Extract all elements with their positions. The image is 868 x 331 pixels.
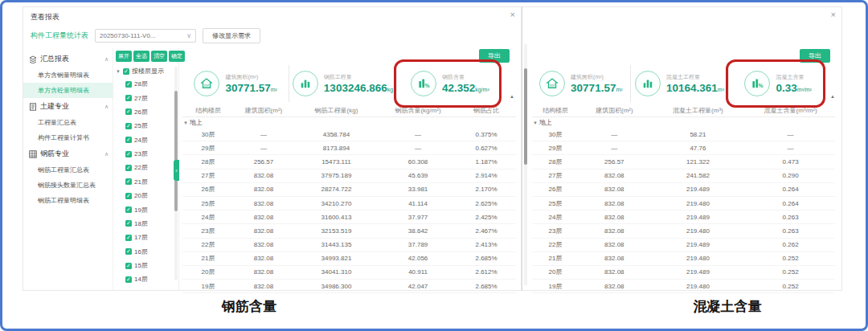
tree-scrollbar-thumb[interactable] bbox=[174, 91, 178, 211]
table-row[interactable]: 29层 — 47.76 — bbox=[532, 141, 835, 155]
sidebar-group-rebar[interactable]: 钢筋专业 ∧ bbox=[23, 145, 113, 162]
checkbox-checked-icon[interactable]: ✓ bbox=[125, 123, 132, 129]
cell-floor: 28层 bbox=[182, 157, 234, 166]
table-row[interactable]: 27层 832.08 241.582 0.290 bbox=[532, 170, 835, 183]
cell-content: 0.290 bbox=[746, 172, 835, 179]
modify-display-button[interactable]: 修改显示需求 bbox=[203, 28, 260, 43]
floor-checkbox-item[interactable]: ✓ 24层 bbox=[116, 133, 178, 147]
checkbox-checked-icon[interactable]: ✓ bbox=[125, 206, 132, 213]
export-button[interactable]: 导出 bbox=[800, 49, 830, 63]
close-icon[interactable]: × bbox=[831, 10, 836, 19]
collapse-cards-icon[interactable]: ▲ bbox=[830, 94, 835, 99]
col-header: 钢筋工程量(kg) bbox=[293, 106, 379, 115]
table-row[interactable]: 29层 — 8173.894 — 0.627% bbox=[182, 141, 516, 155]
sidebar-item-quantity-summary[interactable]: 工程量汇总表 bbox=[23, 115, 113, 130]
clear-button[interactable]: 清空 bbox=[151, 51, 167, 62]
floor-checkbox-item[interactable]: ✓ 16层 bbox=[116, 245, 178, 259]
checkbox-checked-icon[interactable]: ✓ bbox=[125, 220, 132, 227]
table-row[interactable]: 20层 832.08 219.489 0.252 bbox=[532, 266, 835, 280]
floor-checkbox-item[interactable]: ✓ 26层 bbox=[116, 105, 178, 119]
sidebar-group-summary[interactable]: 汇总报表 ∧ bbox=[23, 51, 113, 67]
table-row[interactable]: 25层 832.08 34210.270 41.114 2.625% bbox=[182, 197, 516, 210]
checkbox-checked-icon[interactable]: ✓ bbox=[125, 151, 132, 157]
table-row[interactable]: 22层 832.08 31443.135 37.789 2.413% bbox=[182, 239, 516, 252]
chevron-up-icon[interactable]: ∧ bbox=[104, 104, 108, 110]
table-row[interactable]: 26层 832.08 28274.722 33.981 2.170% bbox=[182, 183, 516, 197]
close-icon[interactable]: × bbox=[510, 10, 515, 19]
sidebar-item-rebar-joint-summary[interactable]: 钢筋接头数量汇总表 bbox=[23, 178, 113, 193]
table-row[interactable]: 21层 832.08 34993.821 42.056 2.685% bbox=[182, 252, 516, 266]
sidebar-group-civil[interactable]: 土建专业 ∧ bbox=[23, 98, 113, 115]
sidebar-item-rebar-summary[interactable]: 钢筋工程量汇总表 bbox=[23, 162, 113, 178]
table-row[interactable]: 23层 832.08 32153.519 38.642 2.467% bbox=[182, 224, 516, 238]
table-row[interactable]: 26层 832.08 219.489 0.264 bbox=[532, 183, 835, 197]
sidebar-item-component-calc-book[interactable]: 构件工程量计算书 bbox=[23, 130, 113, 145]
table-row[interactable]: 19层 832.08 34986.300 42.047 2.685% bbox=[182, 280, 516, 293]
collapse-cards-icon[interactable]: ▲ bbox=[510, 94, 514, 99]
expand-button[interactable]: 展开 bbox=[116, 51, 132, 62]
checkbox-checked-icon[interactable]: ✓ bbox=[125, 248, 132, 255]
checkbox-checked-icon[interactable]: ✓ bbox=[125, 137, 132, 143]
table-header-row: 结构楼层 建筑面积(m²) 混凝土工程量(m³) 混凝土含量(m³/m²) bbox=[532, 104, 835, 117]
floor-checkbox-item[interactable]: ✓ 27层 bbox=[116, 91, 178, 104]
table-row[interactable]: 19层 832.08 219.480 0.252 bbox=[532, 280, 835, 293]
cell-area: 832.08 bbox=[234, 241, 293, 248]
checkbox-checked-icon[interactable]: ✓ bbox=[125, 235, 132, 241]
checkbox-checked-icon[interactable]: ✓ bbox=[125, 178, 132, 185]
floor-checkbox-item[interactable]: ✓ 15层 bbox=[116, 259, 178, 272]
svg-text:%: % bbox=[759, 83, 764, 88]
floor-checkbox-item[interactable]: ✓ 19层 bbox=[116, 202, 178, 216]
sidebar-item-rebar-detail[interactable]: 钢筋工程量明细表 bbox=[23, 193, 113, 208]
scrollbar-thumb[interactable] bbox=[524, 68, 527, 165]
table-row[interactable]: 24层 832.08 219.489 0.263 bbox=[532, 210, 835, 224]
floor-checkbox-item[interactable]: ✓ 25层 bbox=[116, 119, 178, 133]
left-scrollbar-sliver[interactable] bbox=[524, 44, 527, 285]
table-row[interactable]: 27层 832.08 37975.189 45.639 2.914% bbox=[182, 170, 516, 183]
export-button[interactable]: 导出 bbox=[479, 49, 510, 63]
sidebar-item-concrete-content-report[interactable]: 单方含砼量明细表 bbox=[23, 83, 113, 98]
checkbox-checked-icon[interactable]: ✓ bbox=[125, 193, 132, 199]
table-row[interactable]: 22层 832.08 219.489 0.262 bbox=[532, 239, 835, 252]
checkbox-checked-icon[interactable]: ✓ bbox=[125, 108, 132, 115]
card-unit: kg/m² bbox=[475, 87, 489, 92]
table-row[interactable]: 30层 — 58.21 — bbox=[532, 128, 835, 141]
table-row[interactable]: 28层 256.57 121.322 0.473 bbox=[532, 155, 835, 169]
table-row[interactable]: 21层 832.08 219.480 0.252 bbox=[532, 252, 835, 266]
table-row[interactable]: 25层 832.08 219.480 0.264 bbox=[532, 197, 835, 210]
card-unit: m³ bbox=[718, 87, 724, 92]
cell-quantity: 219.480 bbox=[650, 227, 747, 235]
table-row[interactable]: 24层 832.08 31600.413 37.977 2.425% bbox=[182, 210, 516, 224]
checkbox-checked-icon[interactable]: ✓ bbox=[125, 81, 132, 88]
floor-checkbox-item[interactable]: ✓ 22层 bbox=[116, 161, 178, 174]
floor-checkbox-item[interactable]: ✓ 23层 bbox=[116, 147, 178, 161]
sidebar-item-steel-content-report[interactable]: 单方含钢量明细表 bbox=[23, 67, 113, 83]
bar-chart-icon bbox=[635, 71, 661, 96]
table-group-row[interactable]: ▼ 地上 bbox=[182, 117, 516, 128]
checkbox-checked-icon[interactable]: ✓ bbox=[125, 263, 132, 269]
floor-checkbox-item[interactable]: ✓ 21层 bbox=[116, 175, 178, 189]
table-row[interactable]: 30层 — 4358.784 — 0.375% bbox=[182, 128, 516, 141]
cell-quantity: 28274.722 bbox=[293, 186, 379, 193]
table-row[interactable]: 23层 832.08 219.480 0.263 bbox=[532, 224, 835, 238]
checkbox-checked-icon[interactable]: ✓ bbox=[125, 276, 132, 283]
floor-label: 27层 bbox=[134, 94, 148, 103]
tree-collapse-handle[interactable]: ‹ bbox=[174, 160, 179, 181]
chevron-up-icon[interactable]: ∧ bbox=[104, 151, 108, 157]
select-all-button[interactable]: 全选 bbox=[133, 51, 149, 62]
floor-checkbox-item[interactable]: ✓ 20层 bbox=[116, 189, 178, 202]
floor-checkbox-item[interactable]: ✓ 14层 bbox=[116, 272, 178, 286]
floor-checkbox-item[interactable]: ✓ 13层 bbox=[116, 287, 178, 288]
table-row[interactable]: 28层 256.57 15473.111 60.308 1.187% bbox=[182, 155, 516, 169]
chevron-up-icon[interactable]: ∧ bbox=[104, 56, 108, 63]
tree-root-node[interactable]: ▼ ✓ 按楼层显示 bbox=[116, 67, 178, 76]
floor-checkbox-item[interactable]: ✓ 18层 bbox=[116, 217, 178, 231]
checkbox-checked-icon[interactable]: ✓ bbox=[125, 165, 132, 171]
report-version-dropdown[interactable]: 20250730-111-V0... ∨ bbox=[95, 29, 196, 43]
checkbox-checked-icon[interactable]: ✓ bbox=[123, 68, 129, 75]
floor-checkbox-item[interactable]: ✓ 17层 bbox=[116, 231, 178, 244]
table-group-row[interactable]: ▼ 地上 bbox=[532, 117, 835, 128]
table-row[interactable]: 20层 832.08 34041.310 40.911 2.612% bbox=[182, 266, 516, 280]
checkbox-checked-icon[interactable]: ✓ bbox=[125, 95, 132, 101]
floor-checkbox-item[interactable]: ✓ 28层 bbox=[116, 77, 178, 91]
cell-content: 41.114 bbox=[379, 200, 457, 207]
